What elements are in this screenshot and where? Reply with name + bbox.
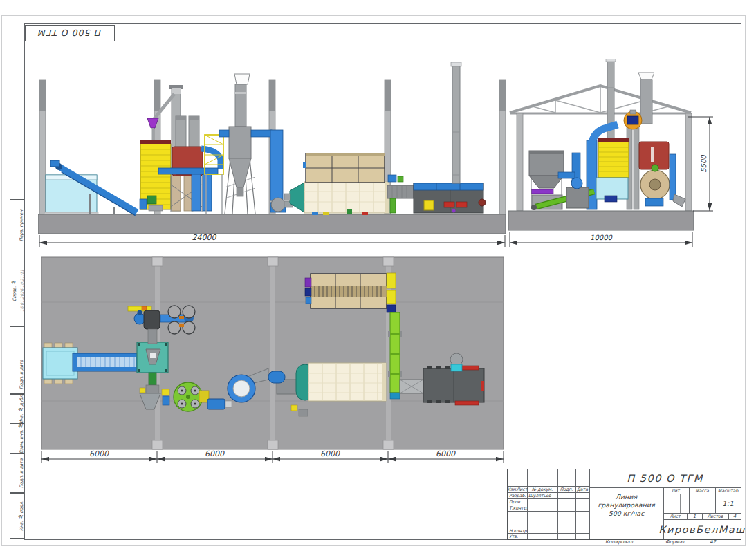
- margin-cell-podp-data-2: Подп. и дата: [10, 454, 24, 493]
- side-width-dimension: 10000: [510, 232, 692, 247]
- tb-row-tkontr: Т.контр.: [508, 505, 527, 511]
- boiler-door-yellow: [424, 200, 434, 210]
- footer-format-label: Формат: [665, 539, 685, 545]
- roof-truss: [510, 86, 691, 113]
- footer-format-value: А2: [710, 539, 716, 545]
- tb-col-izm: Изм.: [508, 486, 517, 492]
- side-height-dimension: 5500: [688, 117, 713, 211]
- side-foundation-slab: [508, 211, 694, 230]
- doc-number-rotated: П 500 О ТГМ: [26, 26, 114, 41]
- dim-side-height: 5500: [700, 154, 708, 173]
- dim-bay-1: 6000: [89, 449, 109, 458]
- margin-cell-perv-primen: Перв. примен.: [10, 199, 24, 250]
- side-yellow-bin: [598, 138, 629, 178]
- plan-boiler-chimney-circle: [450, 353, 463, 366]
- dim-bay-2: 6000: [205, 449, 225, 458]
- margin-cell-inv-dubl: Инв. № дубл.: [10, 394, 24, 424]
- tb-company: КировБелМаш: [663, 519, 741, 539]
- tb-sheets-label: Листов: [702, 513, 728, 519]
- plan-belt-conveyor: [73, 353, 139, 371]
- dim-front-width: 24000: [192, 233, 217, 242]
- margin-cell-inv-podl: Инв. № подл.: [10, 493, 24, 539]
- front-elevation-view: 24000: [38, 59, 508, 252]
- side-right-pipe: [670, 154, 676, 200]
- tb-lit-label: Лит.: [663, 487, 689, 494]
- dim-side-width: 10000: [590, 234, 613, 241]
- plan-fuel-storage-unit: [305, 273, 396, 312]
- footer-copied: Копировал: [584, 539, 654, 545]
- plan-platform-feeder: [137, 342, 168, 373]
- boiler-chimney: [451, 62, 461, 183]
- dim-bay-3: 6000: [320, 449, 340, 458]
- tb-row-prov: Пров.: [508, 498, 527, 505]
- drum-boiler-duct: [387, 175, 414, 213]
- side-pellet-mill: [640, 165, 670, 206]
- print-timestamp: 16.01.2026 10:21:11: [19, 257, 25, 324]
- tb-row-utv: Утв.: [508, 533, 527, 539]
- tb-razrab-name: Шулятьев: [527, 492, 557, 498]
- title-block: Изм. Лист № докум. Подп. Дата Разраб. Шу…: [507, 469, 741, 540]
- margin-cell-podp-data-1: Подп. и дата: [10, 355, 24, 394]
- tb-scale-label: Масштаб: [715, 487, 741, 494]
- side-chimney: [606, 59, 616, 149]
- cyclone-separator: [219, 74, 272, 214]
- tb-row-razrab: Разраб.: [508, 492, 527, 498]
- side-column-right: [685, 113, 692, 211]
- tb-col-data: Дата: [575, 486, 589, 492]
- side-cyan-box: [596, 178, 628, 202]
- heat-generator-boiler: [414, 183, 486, 213]
- plan-view: 6000 6000 6000 6000: [38, 252, 508, 468]
- side-elevation-view: 10000 5500: [508, 59, 716, 252]
- tb-col-podp: Подп.: [557, 486, 575, 492]
- tb-col-dokum: № докум.: [527, 486, 557, 492]
- foundation-slab: [38, 214, 506, 234]
- tb-mass-label: Масса: [689, 487, 715, 494]
- tb-sheet-value: 1: [687, 513, 702, 519]
- plan-duct-to-boiler: [400, 380, 423, 393]
- tb-title: Линия гранулирования 500 кг/час: [589, 490, 663, 521]
- tb-doc-number: П 500 О ТГМ: [589, 469, 741, 487]
- front-width-dimension: 24000: [39, 233, 505, 247]
- top-left-doc-stamp: П 500 О ТГМ: [25, 25, 115, 41]
- tb-col-list: Лист: [517, 486, 527, 492]
- side-elevator-b: [634, 127, 639, 209]
- tb-row-nkontr: Н.контр.: [508, 528, 527, 533]
- plan-bay-dimensions: 6000 6000 6000 6000: [42, 449, 504, 463]
- tb-sheets-value: 4: [728, 513, 741, 519]
- hammer-mill-bin: [140, 140, 171, 211]
- side-column-left: [517, 113, 523, 211]
- margin-cell-vzam-inv: Взам. инв. №: [10, 424, 24, 454]
- drum-dryer: [284, 182, 389, 215]
- fuel-hopper-boxes: [303, 153, 385, 183]
- drawing-sheet: П 500 О ТГМ Перв. примен. Справ. № 16.01…: [0, 0, 747, 560]
- tb-sheet-label: Лист: [663, 513, 687, 519]
- tb-scale-value: 1:1: [715, 494, 741, 513]
- plan-cyan-stub: [451, 364, 462, 371]
- side-discharge-spout: [673, 194, 685, 207]
- dim-bay-4: 6000: [436, 449, 456, 458]
